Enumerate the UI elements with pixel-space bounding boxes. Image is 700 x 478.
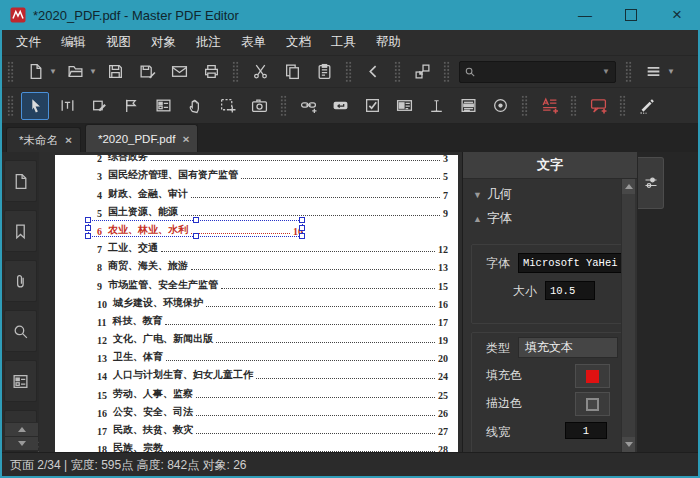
forms-manager-icon xyxy=(155,97,172,114)
pages-panel-button[interactable] xyxy=(4,160,37,202)
select-area-tool-button[interactable] xyxy=(213,92,241,120)
sidebar-scroll-up[interactable] xyxy=(4,422,39,437)
print-button[interactable] xyxy=(197,58,225,86)
search-box[interactable]: ▼ xyxy=(459,61,616,83)
type-dropdown[interactable]: 填充文本 xyxy=(518,337,618,358)
save-as-button[interactable] xyxy=(133,58,161,86)
toc-row[interactable]: 4财政、金融、审计7 xyxy=(97,182,448,200)
radio-button-field-button[interactable] xyxy=(486,92,514,120)
panel-scrollbar[interactable] xyxy=(621,179,635,452)
toc-row[interactable]: 9市场监管、安全生产监管15 xyxy=(97,273,448,291)
add-link-button[interactable] xyxy=(294,92,322,120)
pen-tool-button[interactable] xyxy=(633,92,661,120)
close-button[interactable]: × xyxy=(654,0,700,30)
cut-icon xyxy=(252,63,269,80)
menu-对象[interactable]: 对象 xyxy=(141,30,186,55)
toc-leader-dots xyxy=(165,324,435,325)
toc-row[interactable]: 13卫生、体育20 xyxy=(97,346,448,364)
open-document-button[interactable] xyxy=(61,58,89,86)
toc-row[interactable]: 6农业、林业、水利10 xyxy=(97,219,303,237)
cut-button[interactable] xyxy=(246,58,274,86)
object-inspector-tab[interactable] xyxy=(638,157,664,209)
toc-row[interactable]: 10城乡建设、环境保护16 xyxy=(97,292,448,310)
toc-row[interactable]: 8商贸、海关、旅游13 xyxy=(97,255,448,273)
maximize-button[interactable] xyxy=(608,0,654,30)
toc-row[interactable]: 7工业、交通12 xyxy=(97,237,448,255)
paste-button[interactable] xyxy=(310,58,338,86)
checkbox-field-button[interactable] xyxy=(358,92,386,120)
menu-视图[interactable]: 视图 xyxy=(96,30,141,55)
forms-panel-button[interactable] xyxy=(4,360,37,402)
linewidth-input[interactable]: 1 xyxy=(565,422,607,439)
selection-handle[interactable] xyxy=(85,233,91,239)
attachments-panel-button[interactable] xyxy=(4,260,37,302)
edit-object-tool-button[interactable] xyxy=(85,92,113,120)
toc-row[interactable]: 12文化、广电、新闻出版19 xyxy=(97,328,448,346)
toc-row[interactable]: 11科技、教育17 xyxy=(97,310,448,328)
toc-row[interactable]: 2综合政务3 xyxy=(97,155,448,164)
fill-color-button[interactable] xyxy=(575,364,610,388)
minimize-button[interactable]: — xyxy=(562,0,608,30)
menu-编辑[interactable]: 编辑 xyxy=(51,30,96,55)
section-font[interactable]: ▲ 字体 xyxy=(463,203,637,227)
doc-tab[interactable]: *未命名× xyxy=(6,127,81,152)
tab-close-icon[interactable]: × xyxy=(65,134,72,147)
menu-批注[interactable]: 批注 xyxy=(186,30,231,55)
panel-scroll-down[interactable] xyxy=(622,437,635,452)
toc-row[interactable]: 5国土资源、能源9 xyxy=(97,201,448,219)
selection-handle[interactable] xyxy=(85,225,91,231)
doc-tab-active[interactable]: *2020_PDF.pdf× xyxy=(85,124,198,152)
bookmarks-panel-icon xyxy=(12,223,29,240)
add-text-annotation-button[interactable] xyxy=(535,92,563,120)
forms-manager-button[interactable] xyxy=(149,92,177,120)
edit-forms-tool-button[interactable] xyxy=(117,92,145,120)
toolbar-separator xyxy=(570,95,577,117)
select-tool-button[interactable] xyxy=(21,92,49,120)
search-panel-button[interactable] xyxy=(4,310,37,352)
back-button[interactable] xyxy=(359,58,387,86)
chevron-down-icon[interactable]: ▼ xyxy=(597,67,615,76)
add-callout-annotation-button[interactable] xyxy=(584,92,612,120)
toc-title: 商贸、海关、旅游 xyxy=(108,259,188,273)
new-document-dropdown-caret[interactable]: ▼ xyxy=(49,67,58,76)
toc-title: 科技、教育 xyxy=(112,314,162,328)
main-menu-dropdown-caret[interactable]: ▼ xyxy=(667,67,676,76)
menu-文档[interactable]: 文档 xyxy=(276,30,321,55)
edit-text-tool-button[interactable] xyxy=(53,92,81,120)
search-input[interactable] xyxy=(479,65,597,79)
sidebar-scroll-down[interactable] xyxy=(4,436,39,451)
open-document-dropdown-caret[interactable]: ▼ xyxy=(89,67,98,76)
menu-帮助[interactable]: 帮助 xyxy=(366,30,411,55)
hand-tool-button[interactable] xyxy=(181,92,209,120)
main-menu-button[interactable] xyxy=(639,58,667,86)
transform-pages-button[interactable] xyxy=(408,58,436,86)
section-geometry[interactable]: ▼ 几何 xyxy=(463,179,637,203)
push-button-field-button[interactable] xyxy=(326,92,354,120)
bookmarks-panel-button[interactable] xyxy=(4,210,37,252)
toc-row[interactable]: 15劳动、人事、监察25 xyxy=(97,382,448,400)
toc-row[interactable]: 3国民经济管理、国有资产监管5 xyxy=(97,164,448,182)
snapshot-tool-button[interactable] xyxy=(245,92,273,120)
copy-button[interactable] xyxy=(278,58,306,86)
save-button[interactable] xyxy=(101,58,129,86)
selection-handle[interactable] xyxy=(85,217,91,223)
panel-scroll-up[interactable] xyxy=(622,179,635,194)
text-field-button[interactable] xyxy=(422,92,450,120)
menu-表单[interactable]: 表单 xyxy=(231,30,276,55)
toc-row[interactable]: 17民政、扶贫、救灾27 xyxy=(97,419,448,437)
toc-row[interactable]: 18民族、宗教28 xyxy=(97,437,448,452)
send-email-button[interactable] xyxy=(165,58,193,86)
new-document-button[interactable] xyxy=(21,58,49,86)
listbox-field-button[interactable] xyxy=(454,92,482,120)
font-size-input[interactable]: 10.5 xyxy=(545,281,595,300)
tab-close-icon[interactable]: × xyxy=(182,132,189,145)
toc-row[interactable]: 14人口与计划生育、妇女儿童工作24 xyxy=(97,364,448,382)
menu-文件[interactable]: 文件 xyxy=(6,30,51,55)
stroke-color-button[interactable] xyxy=(575,392,610,416)
menu-工具[interactable]: 工具 xyxy=(321,30,366,55)
pdf-page[interactable]: 2综合政务33国民经济管理、国有资产监管54财政、金融、审计75国土资源、能源9… xyxy=(55,155,458,452)
combobox-field-button[interactable] xyxy=(390,92,418,120)
toc-number: 4 xyxy=(97,190,102,201)
font-name-input[interactable]: Microsoft YaHei xyxy=(518,253,628,273)
toc-row[interactable]: 16公安、安全、司法26 xyxy=(97,401,448,419)
